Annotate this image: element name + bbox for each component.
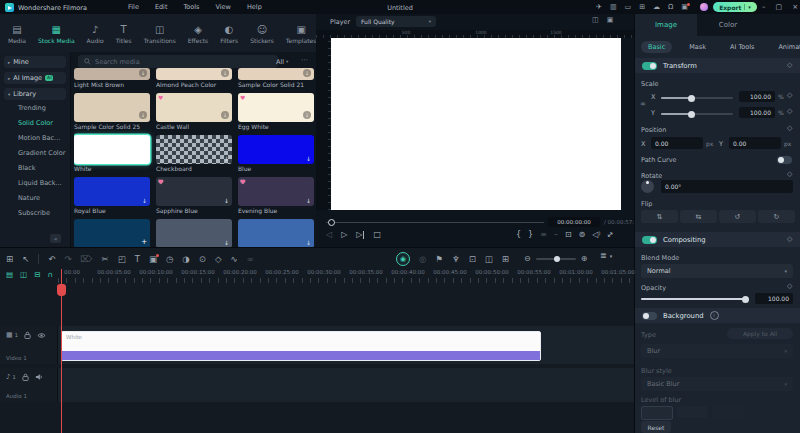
download-icon[interactable]: ↓ xyxy=(224,156,229,162)
download-icon[interactable]: ↓ xyxy=(139,69,147,77)
rotate-cw-button[interactable]: ↻ xyxy=(758,210,795,223)
background-toggle[interactable] xyxy=(642,312,657,320)
blur-level-option[interactable] xyxy=(677,406,707,418)
apply-to-all-button[interactable]: Apply to All xyxy=(727,328,793,339)
media-tile[interactable]: ↓ Light Mist Brown xyxy=(74,68,150,89)
position-y-value[interactable]: 0.00 xyxy=(729,137,781,149)
crop-icon[interactable]: ◰ xyxy=(118,255,126,264)
motion-track-icon[interactable]: ⊙ xyxy=(199,255,206,264)
close-button[interactable]: × xyxy=(792,4,798,11)
color-swatch[interactable]: ♥ ↓ xyxy=(156,93,232,122)
blur-style-dropdown[interactable]: Basic Blur ▾ xyxy=(641,377,793,391)
subtab-ai-tools[interactable]: AI Tools xyxy=(723,41,761,53)
blur-level-option[interactable] xyxy=(713,406,743,418)
screen-record-icon[interactable]: ◉ xyxy=(396,252,410,266)
restore-button[interactable]: ▢ xyxy=(776,4,783,11)
inspector-tab-image[interactable]: Image xyxy=(635,14,697,36)
marker-icon[interactable]: ⚑ xyxy=(435,255,443,264)
zoom-in-icon[interactable]: ⊕ xyxy=(581,255,588,263)
search-input[interactable]: Search media xyxy=(78,55,278,68)
tab-audio[interactable]: ♪ Audio xyxy=(81,16,110,52)
track-manager-button[interactable]: ≣ ▾ xyxy=(600,251,612,260)
tab-effects[interactable]: ◈ Effects xyxy=(182,16,214,52)
flip-horizontal-button[interactable]: ⇆ xyxy=(680,210,717,223)
render-preview-button[interactable]: ≡ xyxy=(540,231,547,239)
timeline-media-icon[interactable]: ▤ xyxy=(6,271,13,279)
add-to-timeline-icon[interactable]: + xyxy=(141,239,147,246)
playhead-handle[interactable] xyxy=(57,284,66,296)
opacity-value[interactable]: 100.00 xyxy=(755,293,793,304)
media-tile[interactable]: ↓ Blue xyxy=(238,135,314,173)
color-swatch[interactable]: ♥ ↓ xyxy=(156,177,232,206)
undo-icon[interactable]: ↶ xyxy=(48,255,55,264)
magnetic-timeline-icon[interactable]: ∩ xyxy=(47,271,53,279)
media-tile[interactable]: ↓ xyxy=(156,219,232,247)
menu-item[interactable]: Edit xyxy=(155,3,168,11)
media-tile[interactable]: ↓ xyxy=(238,219,314,247)
tab-media[interactable]: ▤ Media xyxy=(2,16,32,52)
color-swatch[interactable]: ↓ xyxy=(156,219,232,247)
opacity-knob[interactable] xyxy=(742,296,749,303)
speaker-mute-icon[interactable] xyxy=(35,373,43,381)
scale-x-knob[interactable] xyxy=(688,95,695,102)
voiceover-mic-icon[interactable]: ♆ xyxy=(452,255,460,264)
keyframe-icon[interactable]: ◇ xyxy=(215,255,222,264)
lock-icon[interactable] xyxy=(22,373,29,381)
timeline-clip-white[interactable]: White xyxy=(62,332,540,360)
color-swatch[interactable]: ↓ xyxy=(74,177,150,206)
gift-icon[interactable]: ▣ xyxy=(681,4,688,11)
transform-toggle[interactable] xyxy=(642,62,657,70)
download-icon[interactable]: ↓ xyxy=(306,240,311,246)
color-swatch[interactable]: ↓ xyxy=(156,135,232,164)
chevron-down-icon[interactable]: ▾ xyxy=(748,4,751,10)
scale-y-knob[interactable] xyxy=(688,111,695,118)
keyframe-diamond-icon[interactable]: ◇ xyxy=(787,171,792,178)
color-swatch[interactable]: ♥ ↓ xyxy=(238,177,314,206)
timeline-ruler[interactable]: 00:0000:00:05:0000:00:10:0000:00:15:0000… xyxy=(58,269,634,283)
play-button[interactable]: ▷ xyxy=(341,231,347,239)
menu-item[interactable]: Tools xyxy=(183,3,199,11)
rotate-dial[interactable] xyxy=(641,180,654,193)
download-icon[interactable]: ↓ xyxy=(142,198,147,204)
sidebar-item-black[interactable]: Black xyxy=(18,160,70,175)
download-icon[interactable]: ↓ xyxy=(303,111,311,119)
audio-track[interactable] xyxy=(0,368,634,402)
playback-quality-dropdown[interactable]: Full Quality ▾ xyxy=(356,16,436,27)
sidebar-group-library[interactable]: ▾ Library xyxy=(4,88,66,100)
mark-out-button[interactable]: } xyxy=(528,231,533,239)
download-icon[interactable]: ↓ xyxy=(306,156,311,162)
cloud-icon[interactable]: ☁ xyxy=(653,4,660,11)
apps-grid-icon[interactable]: ⊞ xyxy=(639,4,645,11)
menu-item[interactable]: Help xyxy=(247,3,262,11)
menu-item[interactable]: View xyxy=(216,3,231,11)
background-type-dropdown[interactable]: Blur ▾ xyxy=(641,344,793,358)
media-tile[interactable]: ♥ ↓ Egg White xyxy=(238,93,314,131)
rotate-ccw-button[interactable]: ↺ xyxy=(719,210,756,223)
smart-cutout-icon[interactable]: ▣ xyxy=(149,255,157,264)
media-tile[interactable]: ↓ Royal Blue xyxy=(74,177,150,215)
preview-render-icon[interactable]: ◎ xyxy=(419,255,426,264)
scrubber-playhead[interactable] xyxy=(328,219,335,226)
sidebar-group-ai-image[interactable]: ▸ AI Image AI xyxy=(4,72,66,84)
minimize-button[interactable]: – xyxy=(762,4,766,11)
next-frame-button[interactable]: ▷ xyxy=(356,231,364,239)
avatar[interactable] xyxy=(700,3,708,11)
lock-icon[interactable] xyxy=(24,331,31,339)
scale-y-value[interactable]: 100.00 xyxy=(739,107,775,118)
link-scale-icon[interactable]: ∞ xyxy=(640,100,646,108)
subtab-mask[interactable]: Mask xyxy=(682,41,713,53)
link-icon[interactable]: ∞ xyxy=(247,255,254,264)
sidebar-item-solid-color[interactable]: Solid Color xyxy=(18,115,70,130)
media-tile[interactable]: ↓ Sample Color Solid 21 xyxy=(238,68,314,89)
stop-button[interactable]: □ xyxy=(373,231,381,239)
download-icon[interactable]: ↓ xyxy=(224,240,229,246)
sidebar-item-motion-backgrounds[interactable]: Motion Bac... xyxy=(18,130,70,145)
tab-titles[interactable]: T Titles xyxy=(110,16,138,52)
zoom-slider-knob[interactable] xyxy=(554,256,560,262)
previous-frame-button[interactable]: ◁ xyxy=(326,231,332,239)
more-options-button[interactable]: ⋯ xyxy=(301,56,308,64)
inspector-tab-color[interactable]: Color xyxy=(697,14,759,36)
sidebar-item-liquid-backgrounds[interactable]: Liquid Back... xyxy=(18,175,70,190)
fullscreen-button[interactable]: ↔ xyxy=(606,230,616,240)
keyframe-diamond-icon[interactable]: ◇ xyxy=(787,108,792,115)
